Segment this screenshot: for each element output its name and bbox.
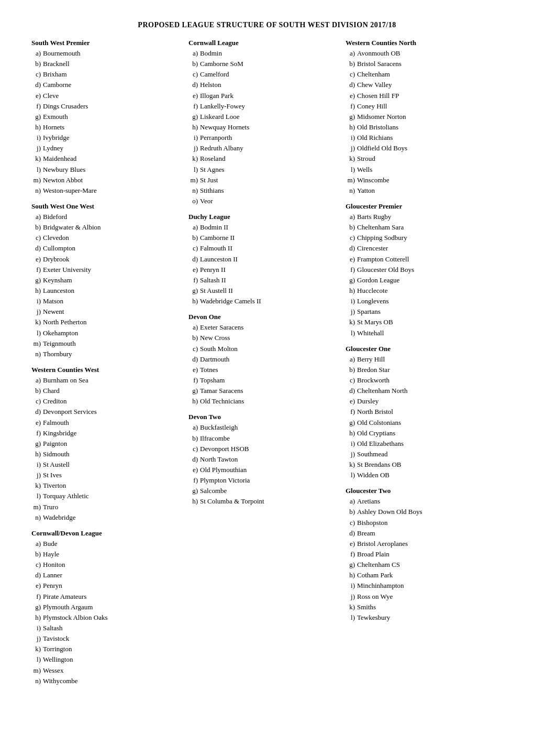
list-text: Coney Hill	[357, 101, 497, 112]
list-letter: i)	[31, 296, 41, 306]
list-text: Bristol Saracens	[357, 59, 497, 69]
list-item: m)St Just	[188, 175, 340, 185]
list-letter: c)	[346, 518, 355, 528]
list-letter: f)	[346, 407, 355, 417]
list-letter: j)	[346, 449, 355, 459]
list-letter: l)	[31, 165, 41, 175]
list-item: n)Wadebridge	[31, 512, 183, 523]
list-letter: e)	[31, 418, 41, 428]
list-text: Burnham on Sea	[43, 375, 183, 386]
list-item: b)Bredon Star	[346, 365, 497, 375]
list-text: Hayle	[43, 549, 183, 560]
list-text: Wessex	[43, 665, 183, 676]
list-letter: k)	[31, 480, 41, 491]
list-letter: b)	[188, 59, 198, 69]
list-text: Yatton	[357, 185, 497, 196]
list-text: Exeter University	[43, 265, 183, 275]
list-text: Falmouth	[43, 418, 183, 428]
list-item: k)St Brendans OB	[346, 459, 497, 470]
list-item: c)Honiton	[31, 560, 183, 570]
list-item: i)Longlevens	[346, 296, 497, 306]
list-item: h)Old Cryptians	[346, 428, 497, 439]
list-letter: b)	[188, 333, 198, 343]
list-letter: b)	[346, 365, 355, 375]
list-letter: c)	[346, 375, 355, 386]
section-title-1-0: Cornwall League	[188, 39, 340, 47]
list-item: m)Wessex	[31, 665, 183, 676]
list-text: Devonport HSOB	[200, 444, 340, 454]
list-text: Buckfastleigh	[200, 422, 340, 433]
list-text: Cullompton	[43, 243, 183, 254]
list-text: Wadebridge	[43, 512, 183, 523]
list-text: Barts Rugby	[357, 212, 497, 222]
list-item: h)Old Bristolians	[346, 122, 497, 133]
list-letter: e)	[188, 365, 198, 375]
list-item: f)Pirate Amateurs	[31, 591, 183, 602]
columns-wrapper: South West Premiera)Bournemouthb)Brackne…	[31, 39, 503, 686]
list-item: k)Tiverton	[31, 480, 183, 491]
list-text: Pirate Amateurs	[43, 591, 183, 602]
list-text: Dursley	[357, 396, 497, 407]
list-letter: k)	[31, 644, 41, 654]
list-item: n)Thornbury	[31, 349, 183, 359]
list-item: h)Launceston	[31, 286, 183, 296]
list-letter: a)	[346, 496, 355, 507]
list-item: b)Ashley Down Old Boys	[346, 507, 497, 517]
list-letter: b)	[188, 233, 198, 243]
list-item: c)South Molton	[188, 344, 340, 354]
list-text: Tewkesbury	[357, 612, 497, 623]
list-item: e)Old Plymouthian	[188, 465, 340, 475]
list-letter: b)	[31, 222, 41, 233]
list-text: Minchinhampton	[357, 580, 497, 591]
list-letter: a)	[188, 48, 198, 59]
list-item: f)Dings Crusaders	[31, 101, 183, 112]
list-letter: b)	[346, 507, 355, 517]
list-text: Kingsbridge	[43, 428, 183, 439]
list-item: e)Bristol Aeroplanes	[346, 539, 497, 549]
list-item: l)Whitehall	[346, 328, 497, 338]
list-text: Old Richians	[357, 133, 497, 143]
list-item: b)Bracknell	[31, 59, 183, 69]
list-text: Lydney	[43, 143, 183, 154]
list-letter: b)	[346, 59, 355, 69]
list-letter: d)	[346, 386, 355, 396]
list-letter: c)	[188, 344, 198, 354]
list-letter: d)	[188, 354, 198, 365]
list-item: k)North Petherton	[31, 317, 183, 327]
list-item: g)Salcombe	[188, 486, 340, 496]
list-letter: a)	[346, 354, 355, 365]
list-letter: k)	[346, 154, 355, 164]
list-text: St Brendans OB	[357, 459, 497, 470]
list-letter: l)	[31, 491, 41, 501]
list-text: Saltash II	[200, 275, 340, 286]
list-item: f)Plympton Victoria	[188, 475, 340, 486]
list-text: Wadebridge Camels II	[200, 296, 340, 306]
list-text: North Petherton	[43, 317, 183, 327]
list-letter: a)	[31, 212, 41, 222]
list-text: Thornbury	[43, 349, 183, 359]
list-item: f)Kingsbridge	[31, 428, 183, 439]
list-letter: j)	[31, 470, 41, 480]
list-item: g)Liskeard Looe	[188, 112, 340, 122]
list-text: Ivybridge	[43, 133, 183, 143]
list-item: e)Cleve	[31, 91, 183, 101]
list-text: Veor	[200, 196, 340, 206]
list-item: e)Illogan Park	[188, 91, 340, 101]
list-letter: n)	[31, 349, 41, 359]
list-letter: a)	[346, 48, 355, 59]
list-letter: g)	[188, 386, 198, 396]
list-item: d)Launceston II	[188, 254, 340, 265]
list-item: g)Old Colstonians	[346, 418, 497, 428]
list-text: Smiths	[357, 602, 497, 612]
list-letter: l)	[31, 654, 41, 665]
column-1: South West Premiera)Bournemouthb)Brackne…	[31, 39, 188, 686]
list-letter: d)	[346, 243, 355, 254]
list-item: k)Maidenhead	[31, 154, 183, 164]
list-item: l)Torquay Athletic	[31, 491, 183, 501]
list-letter: g)	[346, 275, 355, 286]
list-text: Exmouth	[43, 112, 183, 122]
list-letter: e)	[346, 254, 355, 265]
list-text: Penryn II	[200, 265, 340, 275]
list-item: e)Falmouth	[31, 418, 183, 428]
list-text: Cheltenham Sara	[357, 222, 497, 233]
